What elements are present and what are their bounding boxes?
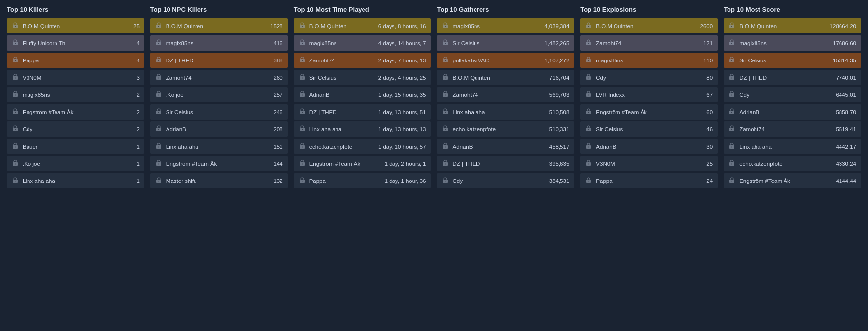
entry-value: 3: [136, 75, 139, 81]
svg-point-33: [158, 129, 159, 130]
entry-left: .Ko joe: [155, 90, 184, 99]
lock-icon: [442, 108, 448, 116]
entry-value: 4144.44: [836, 178, 856, 184]
svg-point-67: [445, 78, 446, 79]
entry-left: Engström #Team Åk: [585, 108, 647, 116]
list-item: AdrianB30: [580, 139, 718, 154]
entry-left: magix85ns: [585, 56, 623, 64]
player-name: Pappa: [596, 178, 612, 184]
entry-left: magix85ns: [442, 22, 480, 30]
lock-icon: [728, 39, 735, 47]
list-item: Linx aha aha1: [7, 173, 144, 188]
lock-icon: [728, 22, 735, 30]
lock-icon: [299, 159, 306, 168]
entry-value: 2 days, 4 hours, 25: [378, 75, 426, 81]
lock-icon: [728, 90, 735, 99]
entry-value: 1 day, 1 hour, 36: [385, 178, 426, 184]
list-item: magix85ns2: [7, 87, 144, 102]
player-name: Linx aha aha: [309, 126, 342, 132]
svg-point-91: [588, 112, 589, 113]
list-item: Engström #Team Åk4144.44: [724, 173, 861, 188]
entry-value: 5858.70: [836, 109, 856, 115]
list-item: Engström #Team Åk2: [7, 104, 144, 120]
list-item: Sir Celsius1,482,265: [437, 35, 574, 51]
lock-icon: [728, 125, 735, 133]
player-name: Cdy: [596, 75, 606, 81]
lock-icon: [585, 159, 592, 168]
player-name: Zamoht74: [452, 92, 478, 98]
lock-icon: [299, 142, 306, 150]
svg-point-1: [15, 26, 16, 27]
entry-left: Engström #Team Åk: [299, 159, 361, 168]
player-name: Sir Celsius: [166, 109, 193, 115]
column-title-explosions: Top 10 Explosions: [580, 5, 718, 14]
player-name: Linx aha aha: [23, 178, 55, 184]
lock-icon: [585, 90, 592, 99]
svg-point-11: [15, 112, 16, 113]
list-item: Cdy80: [580, 70, 718, 85]
column-title-gatherers: Top 10 Gatherers: [437, 5, 574, 14]
column-explosions: Top 10 Explosions B.O.M Quinten2600 Zamo…: [577, 5, 721, 190]
lock-icon: [442, 73, 448, 82]
entry-value: 2: [136, 126, 139, 132]
entry-left: Pappa: [12, 56, 39, 64]
player-name: Fluffy Unicorn Th: [23, 40, 65, 46]
entry-value: 510,508: [549, 109, 570, 115]
entry-left: DZ | THED: [442, 159, 480, 168]
list-item: Linx aha aha151: [150, 139, 288, 154]
lock-icon: [299, 177, 306, 185]
list-item: AdrianB1 day, 15 hours, 35: [294, 87, 431, 102]
list-item: echo.katzenpfote1 day, 10 hours, 57: [294, 139, 431, 154]
entry-value: 246: [273, 109, 282, 115]
svg-point-115: [731, 147, 732, 148]
entry-left: Master shifu: [155, 177, 197, 185]
entry-left: Fluffy Unicorn Th: [12, 39, 65, 47]
entry-left: magix85ns: [155, 39, 194, 47]
list-item: Engström #Team Åk60: [580, 104, 718, 120]
entry-left: echo.katzenpfote: [728, 159, 783, 168]
list-item: B.O.M Quinten128664.20: [724, 18, 861, 33]
svg-point-7: [15, 78, 16, 79]
list-item: B.O.M Quinten2600: [580, 18, 718, 33]
entry-left: Cdy: [12, 125, 32, 133]
lock-icon: [12, 90, 19, 99]
player-name: V3N0M: [23, 75, 41, 81]
list-item: DZ | THED7740.01: [724, 70, 861, 85]
svg-point-103: [731, 43, 732, 44]
player-name: Pappa: [23, 58, 39, 63]
svg-point-19: [15, 181, 16, 182]
lock-icon: [155, 142, 162, 150]
list-item: pullakahviVAC1,107,272: [437, 53, 574, 68]
player-name: AdrianB: [309, 92, 330, 98]
player-name: Pappa: [309, 178, 326, 184]
svg-point-93: [588, 129, 589, 130]
entry-value: 2: [136, 109, 139, 115]
lock-icon: [728, 108, 735, 116]
entry-value: 1,482,265: [544, 40, 569, 46]
lock-icon: [442, 56, 448, 64]
entry-left: Sir Celsius: [442, 39, 479, 47]
lock-icon: [728, 159, 735, 168]
player-name: echo.katzenpfote: [309, 144, 353, 150]
lock-icon: [12, 177, 19, 185]
player-name: Sir Celsius: [309, 75, 336, 81]
list-item: Bauer1: [7, 139, 144, 154]
entry-value: 4,039,384: [544, 23, 569, 29]
lock-icon: [728, 142, 735, 150]
column-time-played: Top 10 Most Time Played B.O.M Quinten6 d…: [291, 5, 434, 190]
list-item: Linx aha aha4442.17: [724, 139, 861, 154]
player-name: Zamoht74: [739, 126, 765, 132]
svg-point-53: [302, 129, 303, 130]
player-name: Master shifu: [166, 178, 197, 184]
lock-icon: [155, 22, 162, 30]
svg-point-97: [588, 164, 589, 165]
entry-left: AdrianB: [585, 142, 616, 150]
player-name: pullakahviVAC: [452, 58, 489, 63]
player-name: magix85ns: [166, 40, 194, 46]
entry-value: 25: [133, 23, 140, 29]
entry-left: B.O.M Quinten: [728, 22, 777, 30]
player-name: echo.katzenpfote: [452, 126, 496, 132]
list-item: Linx aha aha510,508: [437, 104, 574, 120]
entry-value: 1 day, 15 hours, 35: [378, 92, 426, 98]
list-item: Pappa24: [580, 173, 718, 188]
